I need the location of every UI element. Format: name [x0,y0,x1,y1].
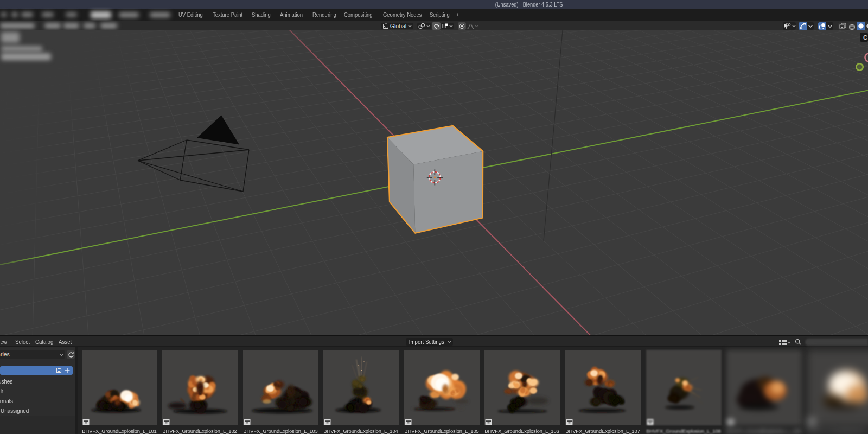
svg-text:C: C [863,34,867,41]
